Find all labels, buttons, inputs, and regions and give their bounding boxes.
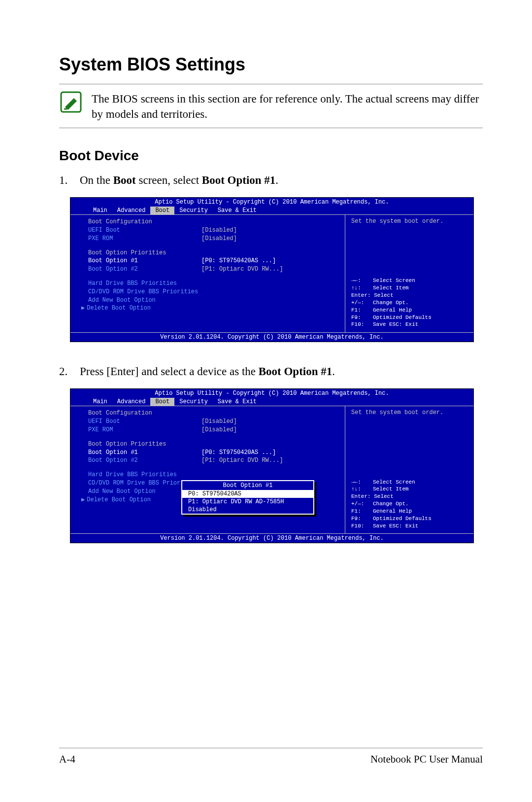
group-priorities: Boot Option Priorities — [88, 249, 340, 257]
row-boot-option-1[interactable]: Boot Option #1[P0: ST9750420AS ...] — [88, 257, 340, 265]
bios-body: Boot Configuration UEFI Boot[Disabled] P… — [70, 406, 473, 534]
key-hints: →←:Select Screen ↑↓:Select Item Enter: S… — [351, 277, 467, 328]
row-pxe-rom[interactable]: PXE ROM[Disabled] — [88, 426, 340, 434]
menu-security[interactable]: Security — [174, 398, 213, 406]
note-text: The BIOS screens in this section are for… — [92, 90, 483, 122]
spacer — [88, 274, 340, 279]
menu-boot[interactable]: Boot — [150, 207, 174, 214]
group-boot-config: Boot Configuration — [88, 409, 340, 418]
popup-option-1[interactable]: P0: ST9750420AS — [182, 490, 313, 498]
row-uefi-boot[interactable]: UEFI Boot[Disabled] — [88, 418, 340, 426]
bios-screenshot-1: Aptio Setup Utility - Copyright (C) 2010… — [70, 197, 474, 342]
note-icon — [59, 90, 83, 114]
popup-option-3[interactable]: Disabled — [182, 506, 313, 514]
hint: Select Item — [373, 284, 409, 292]
popup-option-2[interactable]: P1: Optiarc DVD RW AD-7585H — [182, 498, 313, 506]
key: →←: — [351, 479, 373, 486]
hint: Change Opt. — [373, 299, 409, 307]
bios-screenshot-2: Aptio Setup Utility - Copyright (C) 2010… — [70, 388, 474, 543]
row-hd-bbs[interactable]: Hard Drive BBS Priorities — [88, 279, 340, 288]
hint: Enter: Select — [351, 292, 394, 299]
bios-header: Aptio Setup Utility - Copyright (C) 2010… — [70, 389, 473, 398]
text: . — [332, 365, 335, 378]
triangle-right-icon: ▶ — [81, 496, 85, 504]
text: . — [275, 174, 278, 186]
bios-body: Boot Configuration UEFI Boot[Disabled] P… — [70, 214, 473, 333]
menu-security[interactable]: Security — [174, 207, 213, 214]
hint: Optimized Defaults — [373, 515, 432, 523]
row-boot-option-1[interactable]: Boot Option #1[P0: ST9750420AS ...] — [88, 449, 340, 457]
menu-advanced[interactable]: Advanced — [112, 398, 151, 406]
boot-option-popup[interactable]: Boot Option #1 P0: ST9750420AS P1: Optia… — [181, 480, 314, 515]
menu-advanced[interactable]: Advanced — [112, 207, 151, 214]
key: F9: — [351, 515, 373, 523]
hint: Save ESC: Exit — [373, 321, 418, 328]
page-footer: A-4 Notebook PC User Manual — [59, 748, 483, 766]
manual-title: Notebook PC User Manual — [370, 753, 483, 766]
text: Press [Enter] and select a device as the — [80, 365, 259, 378]
spacer — [88, 434, 340, 440]
row-delete-boot[interactable]: ▶Delete Boot Option — [88, 304, 340, 313]
spacer — [88, 465, 340, 471]
key-hints: →←:Select Screen ↑↓:Select Item Enter: S… — [351, 479, 467, 530]
row-pxe-rom[interactable]: PXE ROM[Disabled] — [88, 235, 340, 243]
step-number: 1. — [59, 173, 80, 188]
hint: Enter: Select — [351, 493, 394, 500]
hint: Save ESC: Exit — [373, 523, 418, 530]
triangle-right-icon: ▶ — [81, 304, 85, 313]
menu-boot[interactable]: Boot — [150, 398, 174, 406]
menu-main[interactable]: Main — [88, 207, 112, 214]
key: →←: — [351, 277, 373, 284]
step-number: 2. — [59, 364, 80, 380]
hint: General Help — [373, 508, 412, 515]
row-uefi-boot[interactable]: UEFI Boot[Disabled] — [88, 226, 340, 235]
bios-right-pane: Set the system boot order. →←:Select Scr… — [345, 215, 473, 332]
bios-footer: Version 2.01.1204. Copyright (C) 2010 Am… — [70, 534, 473, 543]
hint: Optimized Defaults — [373, 314, 432, 321]
bios-header: Aptio Setup Utility - Copyright (C) 2010… — [70, 198, 473, 207]
spacer — [88, 243, 340, 249]
bold: Boot Option #1 — [259, 365, 332, 378]
step-1: 1. On the Boot screen, select Boot Optio… — [59, 173, 483, 188]
bios-left-pane: Boot Configuration UEFI Boot[Disabled] P… — [70, 215, 345, 332]
key: ↑↓: — [351, 486, 373, 493]
text: screen, select — [136, 174, 202, 186]
key: +/—: — [351, 500, 373, 508]
hint: Change Opt. — [373, 500, 409, 508]
bios-right-pane: Set the system boot order. →←:Select Scr… — [345, 406, 473, 533]
row-boot-option-2[interactable]: Boot Option #2[P1: Optiarc DVD RW...] — [88, 456, 340, 465]
hint: Select Item — [373, 486, 409, 493]
key: F1: — [351, 307, 373, 314]
bios-footer: Version 2.01.1204. Copyright (C) 2010 Am… — [70, 333, 473, 342]
step-text: On the Boot screen, select Boot Option #… — [80, 173, 278, 188]
bold: Boot Option #1 — [202, 174, 276, 186]
key: F10: — [351, 523, 373, 530]
row-boot-option-2[interactable]: Boot Option #2[P1: Optiarc DVD RW...] — [88, 265, 340, 274]
page-number: A-4 — [59, 753, 75, 766]
menu-save-exit[interactable]: Save & Exit — [213, 207, 262, 214]
row-add-boot[interactable]: Add New Boot Option — [88, 296, 340, 305]
bold: Boot — [113, 174, 136, 186]
help-text: Set the system boot order. — [351, 218, 467, 225]
key: F1: — [351, 508, 373, 515]
step-text: Press [Enter] and select a device as the… — [80, 364, 335, 380]
bios-menu: Main Advanced Boot Security Save & Exit — [70, 398, 473, 406]
menu-save-exit[interactable]: Save & Exit — [213, 398, 262, 406]
key: F9: — [351, 314, 373, 321]
row-cd-bbs[interactable]: CD/DVD ROM Drive BBS Priorities — [88, 288, 340, 296]
menu-main[interactable]: Main — [88, 398, 112, 406]
note-block: The BIOS screens in this section are for… — [59, 84, 483, 128]
row-hd-bbs[interactable]: Hard Drive BBS Priorities — [88, 471, 340, 479]
help-text: Set the system boot order. — [351, 409, 467, 416]
hint: General Help — [373, 307, 412, 314]
key: ↑↓: — [351, 284, 373, 292]
text: On the — [80, 174, 113, 186]
group-boot-config: Boot Configuration — [88, 218, 340, 226]
group-priorities: Boot Option Priorities — [88, 440, 340, 449]
step-2: 2. Press [Enter] and select a device as … — [59, 364, 483, 380]
key: +/—: — [351, 299, 373, 307]
hint: Select Screen — [373, 479, 415, 486]
key: F10: — [351, 321, 373, 328]
popup-title: Boot Option #1 — [182, 481, 313, 490]
bios-menu: Main Advanced Boot Security Save & Exit — [70, 207, 473, 214]
